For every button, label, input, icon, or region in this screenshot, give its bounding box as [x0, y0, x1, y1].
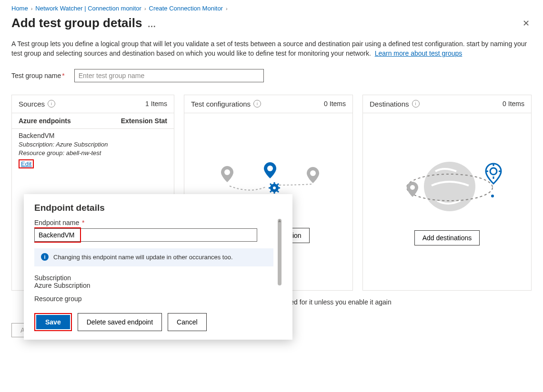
- source-row-backendvm[interactable]: BackendVM Subscription: Azure Subscripti…: [12, 128, 174, 173]
- highlight-box: Save: [34, 313, 72, 331]
- more-icon[interactable]: …: [145, 20, 156, 29]
- test-config-title: Test configurations: [191, 100, 251, 108]
- destinations-illustration: [388, 158, 507, 220]
- svg-point-19: [491, 195, 494, 197]
- test-group-name-label: Test group name*: [11, 72, 65, 79]
- chevron-right-icon: ›: [226, 6, 228, 11]
- source-name: BackendVM: [19, 132, 167, 139]
- endpoint-name-input[interactable]: [34, 228, 257, 242]
- endpoint-name-label: Endpoint name *: [34, 219, 273, 226]
- info-banner: i Changing this endpoint name will updat…: [34, 248, 273, 266]
- col-extension-status: Extension Stat: [121, 117, 167, 125]
- svg-line-6: [270, 184, 272, 185]
- sources-count: 1 Items: [145, 100, 167, 108]
- svg-line-9: [277, 184, 279, 185]
- scrollbar-thumb[interactable]: [278, 219, 282, 285]
- learn-more-link[interactable]: Learn more about test groups: [375, 49, 463, 57]
- close-icon[interactable]: ✕: [521, 16, 532, 30]
- chevron-right-icon: ›: [31, 6, 33, 11]
- destinations-title: Destinations: [370, 100, 409, 108]
- breadcrumb-create-monitor[interactable]: Create Connection Monitor: [149, 5, 223, 12]
- info-icon[interactable]: i: [253, 100, 261, 108]
- info-icon: i: [41, 253, 49, 261]
- save-button[interactable]: Save: [36, 315, 70, 329]
- breadcrumb-network-watcher[interactable]: Network Watcher | Connection monitor: [35, 5, 141, 12]
- popup-cancel-button[interactable]: Cancel: [168, 313, 207, 331]
- breadcrumb-home[interactable]: Home: [11, 5, 28, 12]
- resource-group-label: Resource group: [34, 295, 273, 303]
- source-resource-group: Resource group: abell-nw-test: [19, 149, 167, 157]
- endpoint-details-popup: Endpoint details Endpoint name * i Chang…: [24, 194, 292, 340]
- sources-title: Sources: [19, 100, 45, 108]
- svg-point-10: [273, 186, 276, 189]
- scrollbar[interactable]: ▲ ▼: [277, 219, 282, 303]
- subscription-label: Subscription: [34, 274, 273, 282]
- popup-title: Endpoint details: [34, 203, 282, 213]
- destinations-panel: Destinations i 0 Items: [362, 95, 532, 291]
- delete-endpoint-button[interactable]: Delete saved endpoint: [78, 313, 162, 331]
- col-azure-endpoints: Azure endpoints: [19, 117, 71, 125]
- intro-text: A Test group lets you define a logical g…: [11, 39, 532, 59]
- info-icon[interactable]: i: [412, 100, 420, 108]
- svg-point-14: [490, 168, 497, 175]
- page-title: Add test group details …: [11, 16, 156, 30]
- svg-point-13: [410, 185, 415, 190]
- info-icon[interactable]: i: [48, 100, 55, 108]
- chevron-right-icon: ›: [144, 6, 146, 11]
- subscription-value: Azure Subscription: [34, 282, 273, 289]
- svg-line-8: [270, 191, 272, 192]
- info-text: Changing this endpoint name will update …: [53, 253, 233, 262]
- test-group-name-input[interactable]: [74, 69, 264, 82]
- svg-line-7: [277, 191, 279, 192]
- add-destinations-button[interactable]: Add destinations: [414, 230, 480, 245]
- breadcrumb: Home › Network Watcher | Connection moni…: [11, 5, 532, 12]
- destinations-count: 0 Items: [503, 100, 524, 108]
- test-config-count: 0 Items: [324, 100, 346, 108]
- source-subscription: Subscription: Azure Subscription: [19, 140, 167, 149]
- edit-endpoint-link[interactable]: Edit: [19, 159, 34, 168]
